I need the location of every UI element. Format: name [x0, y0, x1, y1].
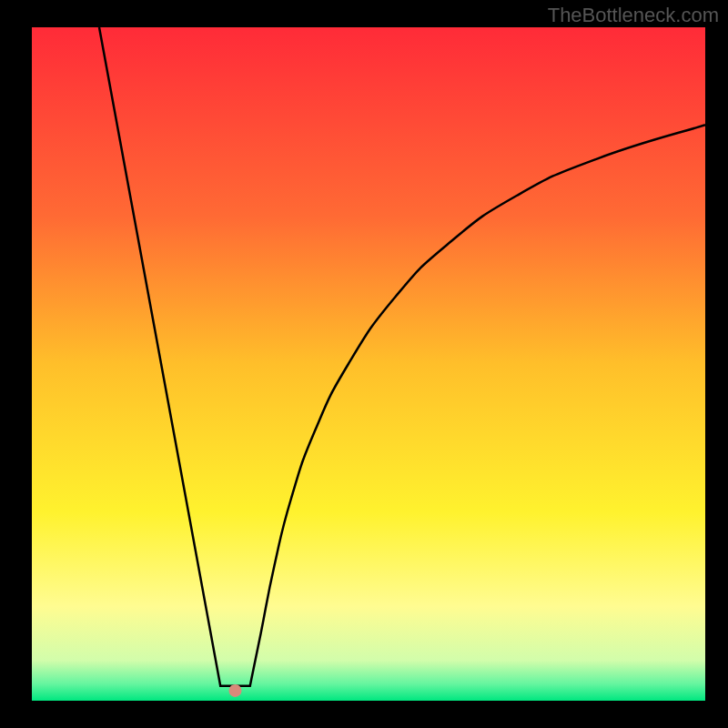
chart-container: TheBottleneck.com — [0, 0, 728, 728]
optimal-point-marker — [228, 684, 241, 697]
chart-svg — [0, 0, 728, 728]
plot-background — [32, 27, 705, 701]
watermark: TheBottleneck.com — [548, 4, 719, 27]
